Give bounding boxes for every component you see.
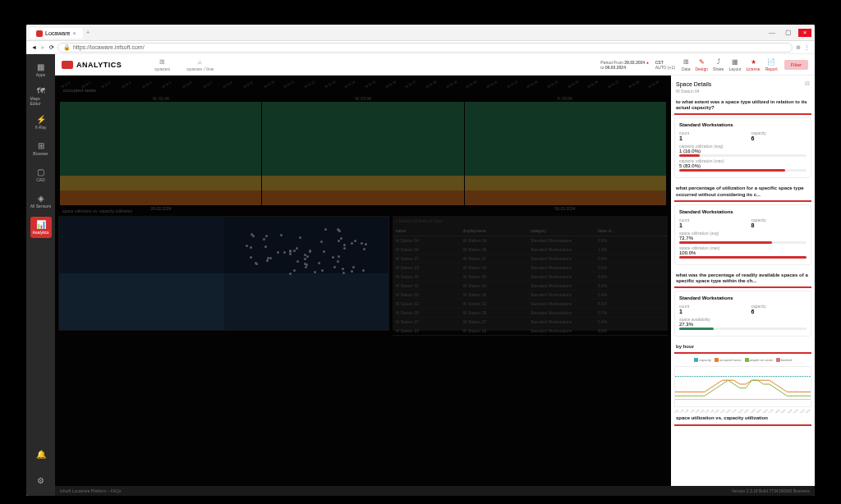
table-row[interactable]: W Station 28W Station 28Standard Worksta… [393, 309, 668, 318]
table-row[interactable]: W Station 23W Station 23Standard Worksta… [393, 263, 668, 273]
table-row[interactable]: W Station 26W Station 26Standard Worksta… [393, 291, 668, 300]
apps-icon: ▦ [37, 62, 44, 71]
utilization-table[interactable]: space utilization ⌕ Search all fields of… [393, 216, 668, 331]
table-row[interactable]: W Station 27W Station 27Standard Worksta… [393, 318, 668, 327]
back-button[interactable]: ◄ [31, 44, 37, 50]
table-row[interactable]: W Station 30W Station 30Standard Worksta… [393, 273, 668, 282]
tool-license[interactable]: ★License [746, 58, 760, 71]
table-search[interactable]: ⌕ Search all fields of data [393, 216, 668, 226]
tab-spaces[interactable]: ⊞spaces [146, 55, 178, 75]
heatmap-title: occupied seats [58, 86, 668, 94]
chart-legend: capacityoccupied seatspeople on seatsboo… [674, 356, 811, 364]
tab-close-icon[interactable]: × [72, 30, 76, 37]
question-1: to what extent was a space type utilized… [674, 97, 811, 115]
logo-text: ANALYTICS [76, 61, 122, 69]
tool-design[interactable]: ✎Design [695, 58, 708, 71]
menu-icon[interactable]: ⋮ [804, 44, 810, 51]
table-row[interactable]: W Station 04W Station 04Standard Worksta… [393, 236, 668, 245]
sidebar-settings[interactable]: ⚙ [30, 470, 52, 491]
question-3: what was the percentage of readily avail… [674, 270, 811, 288]
logo-icon [62, 61, 73, 69]
card-space-utilization: Standard Workstations count1 capacity8 s… [674, 204, 811, 265]
heatmap-chart[interactable]: M, 01.04W, 03.04F, 05.04 29.02.202406.03… [58, 94, 668, 213]
tool-layout[interactable]: ▦Layout [728, 58, 741, 71]
sensor-icon: ◈ [38, 194, 44, 203]
card-availability: Standard Workstations count1 capacity6 s… [674, 291, 811, 337]
card-capacity-utilization: Standard Workstations count1 capacity6 c… [674, 117, 811, 178]
new-tab-button[interactable]: + [86, 30, 90, 35]
panel-subtitle: W Station 04 [674, 89, 811, 97]
maximize-button[interactable]: ▢ [782, 29, 795, 37]
table-row[interactable]: W Station 22W Station 22Standard Worksta… [393, 327, 668, 336]
table-row[interactable]: W Station 27W Station 27Standard Worksta… [393, 254, 668, 263]
scatter-chart[interactable]: space utilization vs. capacity utilizati… [58, 216, 389, 331]
table-row[interactable]: W Station 06W Station 06Standard Worksta… [393, 245, 668, 254]
panel-title: Space Details [676, 81, 711, 87]
sidebar-sensors[interactable]: ◈All Sensors [30, 190, 52, 212]
lock-icon: 🔒 [63, 44, 71, 51]
bell-icon: 🔔 [36, 450, 46, 459]
footer: infsoft Locaware Platform – FAQs Version… [55, 486, 815, 496]
timezone[interactable]: CST AUTO (+1) [655, 60, 675, 70]
bottom-title: space utilization vs. capacity utilizati… [674, 413, 811, 425]
browser-tab[interactable]: Locaware × [30, 28, 83, 39]
byhour-chart[interactable] [674, 366, 811, 407]
url-text: https://locaware.infsoft.com/ [73, 44, 145, 50]
sidebar-xray[interactable]: ⚡X-Ray [30, 112, 52, 133]
details-panel: Space Details ⊟ W Station 04 to what ext… [671, 76, 815, 486]
minimize-button[interactable]: — [765, 29, 779, 37]
map-icon: 🗺 [37, 86, 45, 95]
tool-share[interactable]: ⤴Share [713, 58, 724, 71]
browser-icon: ⊞ [38, 141, 44, 150]
tool-report[interactable]: 📄Report [765, 58, 778, 71]
app-logo: ANALYTICS [62, 61, 122, 69]
sidebar-analytics[interactable]: 📊Analytics [30, 217, 52, 238]
sidebar-cad[interactable]: ▢CAD [30, 164, 52, 186]
tool-data[interactable]: ⊞Data [682, 58, 691, 71]
tab-favicon [36, 30, 43, 37]
sidebar-apps[interactable]: ▦Apps [30, 59, 52, 80]
byhour-title: by hour [674, 341, 811, 354]
app-header: ANALYTICS ⊞spaces ⌕spaces / live Period … [55, 54, 815, 76]
tab-spaces-live[interactable]: ⌕spaces / live [178, 55, 222, 75]
browser-tab-bar: Locaware × + — ▢ × [26, 25, 815, 41]
gear-icon: ⚙ [37, 476, 44, 485]
table-row[interactable]: W Station 32W Station 32Standard Worksta… [393, 300, 668, 309]
reload-button[interactable]: ⟳ [49, 44, 54, 51]
address-bar: ◄ ► ⟳ 🔒 https://locaware.infsoft.com/ ⊕ … [26, 41, 815, 54]
forward-button[interactable]: ► [40, 44, 46, 50]
question-2: what percentage of utilization for a spe… [674, 183, 811, 201]
cad-icon: ▢ [37, 167, 44, 176]
main-dashboard-dimmed: W St 0W St 1W St 2W St 3W St 4W St 5W St… [55, 76, 671, 486]
sidebar-notifications[interactable]: 🔔 [30, 443, 52, 465]
sidebar: ▦Apps 🗺Maps Editor ⚡X-Ray ⊞Browser ▢CAD … [26, 54, 55, 496]
url-input[interactable]: 🔒 https://locaware.infsoft.com/ [57, 43, 793, 53]
filter-button[interactable]: Filter [784, 60, 808, 70]
xray-icon: ⚡ [36, 115, 46, 124]
close-window-button[interactable]: × [798, 29, 811, 37]
sidebar-browser[interactable]: ⊞Browser [30, 138, 52, 159]
panel-menu-icon[interactable]: ⊟ [805, 80, 810, 87]
analytics-icon: 📊 [36, 220, 46, 229]
tab-title: Locaware [45, 30, 70, 36]
extensions-icon[interactable]: ⊕ [796, 44, 801, 51]
table-row[interactable]: W Station 31W Station 31Standard Worksta… [393, 282, 668, 291]
sidebar-maps-editor[interactable]: 🗺Maps Editor [30, 85, 52, 107]
period-selector[interactable]: Period From 29.02.2024 ● to 06.03.2024 [600, 60, 648, 70]
